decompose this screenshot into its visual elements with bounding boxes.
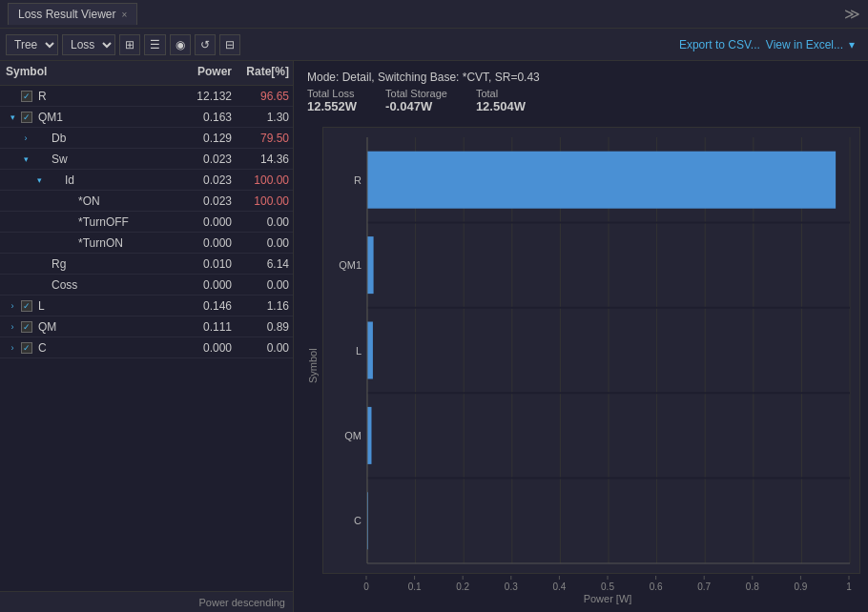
total-storage-label: Total Storage (385, 88, 447, 99)
rate-cell: 1.30 (236, 111, 293, 124)
label-cell: ▾Sw (0, 153, 178, 166)
tab-label: Loss Result Viewer (18, 8, 116, 21)
expander-icon[interactable]: ▾ (19, 153, 32, 166)
toolbar-btn-refresh[interactable]: ↺ (195, 34, 216, 55)
loss-select[interactable]: Loss (62, 34, 115, 55)
svg-rect-18 (367, 322, 373, 379)
tab-loss-result-viewer[interactable]: Loss Result Viewer × (8, 3, 137, 25)
right-panel: Mode: Detail, Switching Base: *CVT, SR=0… (294, 61, 868, 612)
total-storage-value: -0.047W (385, 99, 447, 113)
toolbar-btn-grid[interactable]: ⊞ (119, 34, 140, 55)
export-links: Export to CSV... View in Excel... ▾ (679, 38, 855, 51)
label-cell: R (0, 90, 178, 103)
rate-cell: 14.36 (236, 153, 293, 166)
power-cell: 0.023 (178, 173, 236, 187)
export-csv-link[interactable]: Export to CSV... (679, 38, 760, 51)
power-cell: 12.132 (178, 90, 236, 103)
tree-row[interactable]: ›C0.0000.00 (0, 337, 293, 358)
svg-rect-21 (367, 407, 371, 464)
svg-text:0: 0 (363, 581, 369, 592)
svg-text:C: C (354, 515, 362, 526)
toolbar-btn-eye[interactable]: ◉ (170, 34, 191, 55)
svg-text:0.6: 0.6 (650, 581, 663, 592)
power-cell: 0.010 (178, 257, 236, 271)
tab-close-icon[interactable]: × (122, 10, 128, 20)
row-checkbox[interactable] (21, 342, 32, 354)
total-loss-label: Total Loss (307, 88, 357, 99)
expander-icon[interactable]: › (19, 132, 32, 145)
y-axis-label: Symbol (307, 127, 319, 604)
tree-row[interactable]: R12.13296.65 (0, 86, 293, 107)
svg-text:0.5: 0.5 (601, 581, 614, 592)
view-select[interactable]: Tree (6, 34, 58, 55)
toolbar-btn-minus[interactable]: ⊟ (219, 34, 240, 55)
expander-icon[interactable]: › (6, 320, 19, 334)
expander-icon (46, 215, 59, 229)
status-bar: Power descending (0, 591, 293, 612)
row-label: Rg (52, 257, 66, 271)
expander-icon[interactable]: › (6, 299, 19, 313)
label-cell: ›L (0, 299, 178, 313)
header-rate: Rate[%] (236, 61, 293, 85)
expander-icon[interactable]: › (6, 341, 19, 355)
export-arrow-icon[interactable]: ▾ (849, 38, 855, 51)
header-power: Power (178, 61, 236, 85)
title-bar: Loss Result Viewer × ≫ (0, 0, 868, 29)
row-label: Coss (52, 278, 77, 292)
svg-text:0.3: 0.3 (505, 581, 518, 592)
svg-text:0.9: 0.9 (794, 581, 807, 592)
svg-text:0.2: 0.2 (456, 581, 469, 592)
label-cell: *TurnON (0, 236, 178, 250)
tree-row[interactable]: ›Db0.12979.50 (0, 128, 293, 149)
tree-row[interactable]: *TurnON0.0000.00 (0, 233, 293, 254)
row-label: *ON (78, 194, 100, 208)
window-control-icon[interactable]: ≫ (844, 5, 860, 23)
svg-text:0.4: 0.4 (552, 581, 566, 592)
power-cell: 0.000 (178, 278, 236, 292)
header-symbol: Symbol (0, 61, 178, 85)
label-cell: Coss (0, 278, 178, 292)
tree-row[interactable]: ›L0.1461.16 (0, 296, 293, 316)
tree-row[interactable]: ›QM0.1110.89 (0, 316, 293, 337)
svg-text:0.8: 0.8 (746, 581, 759, 592)
chart-plot: RQM1LQMC (322, 127, 860, 574)
svg-text:1: 1 (846, 581, 852, 592)
label-cell: ›QM (0, 320, 178, 334)
label-cell: ›Db (0, 132, 178, 145)
tree-row[interactable]: *TurnOFF0.0000.00 (0, 212, 293, 233)
tree-row[interactable]: ▾Sw0.02314.36 (0, 149, 293, 170)
row-checkbox[interactable] (21, 321, 32, 333)
left-panel: Symbol Power Rate[%] R12.13296.65▾QM10.1… (0, 61, 294, 612)
row-checkbox[interactable] (21, 300, 32, 312)
tree-row[interactable]: Rg0.0106.14 (0, 254, 293, 275)
total-label: Total (476, 88, 526, 99)
power-cell: 0.023 (178, 194, 236, 208)
label-cell: Rg (0, 257, 178, 271)
rate-cell: 0.00 (236, 236, 293, 250)
row-label: Sw (52, 153, 68, 166)
label-cell: ▾QM1 (0, 111, 178, 124)
row-checkbox[interactable] (21, 112, 32, 123)
rate-cell: 0.00 (236, 341, 293, 355)
tree-row[interactable]: *ON0.023100.00 (0, 191, 293, 212)
expander-icon (6, 90, 19, 103)
row-label: *TurnON (78, 236, 123, 250)
svg-text:0.1: 0.1 (408, 581, 422, 592)
tree-row[interactable]: ▾QM10.1631.30 (0, 107, 293, 128)
row-label: QM (38, 320, 56, 334)
rate-cell: 1.16 (236, 299, 293, 313)
toolbar-btn-list[interactable]: ☰ (144, 34, 166, 55)
row-checkbox[interactable] (21, 91, 32, 102)
chart-mode-line: Mode: Detail, Switching Base: *CVT, SR=0… (307, 71, 860, 84)
toolbar: Tree Loss ⊞ ☰ ◉ ↺ ⊟ Export to CSV... Vie… (0, 29, 868, 61)
svg-text:L: L (356, 345, 362, 357)
tree-header: Symbol Power Rate[%] (0, 61, 293, 86)
expander-icon[interactable]: ▾ (32, 173, 46, 187)
view-excel-link[interactable]: View in Excel... (766, 38, 843, 51)
expander-icon[interactable]: ▾ (6, 111, 19, 124)
tree-row[interactable]: Coss0.0000.00 (0, 275, 293, 296)
svg-text:QM1: QM1 (339, 259, 362, 271)
power-cell: 0.000 (178, 236, 236, 250)
tree-row[interactable]: ▾Id0.023100.00 (0, 170, 293, 191)
rate-cell: 0.00 (236, 278, 293, 292)
